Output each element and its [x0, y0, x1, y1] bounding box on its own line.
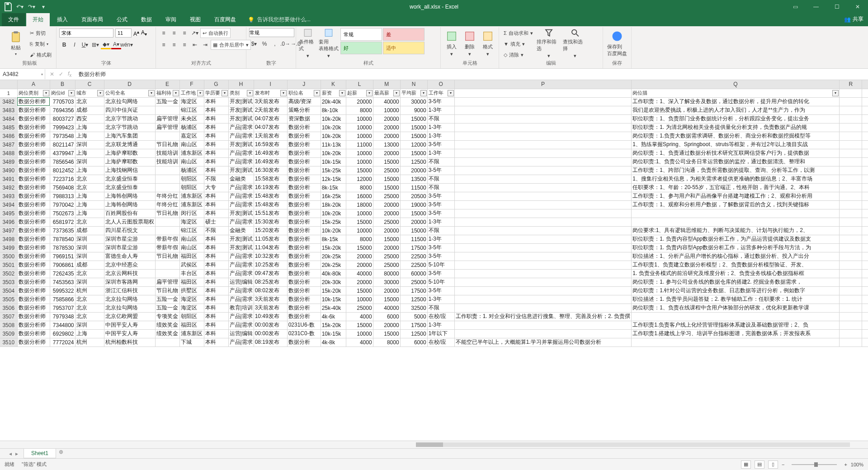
cell[interactable]: 3-5年: [427, 200, 454, 209]
styles-gallery[interactable]: 常规 差 好 适中: [340, 28, 425, 54]
cell[interactable]: 15000: [373, 157, 400, 166]
cell[interactable]: 北京中经惠众: [104, 261, 155, 269]
cell[interactable]: 12500: [400, 329, 427, 338]
row-header[interactable]: 3485: [0, 123, 17, 132]
cell[interactable]: 25k-40k: [321, 304, 346, 312]
cell[interactable]: 15000: [346, 321, 373, 329]
cell[interactable]: 带薪年假: [155, 235, 179, 243]
share-button[interactable]: 👥共享: [844, 15, 863, 23]
cell[interactable]: 10k-15k: [321, 157, 346, 166]
row-header[interactable]: 1: [0, 89, 17, 97]
cell[interactable]: 绩效奖金: [155, 329, 179, 338]
row-header[interactable]: 3498: [0, 235, 17, 243]
cell[interactable]: 1年以下: [427, 329, 454, 338]
cell[interactable]: [454, 192, 632, 200]
cell[interactable]: 北京: [75, 295, 104, 304]
cell[interactable]: 北京字节跳动: [104, 114, 155, 123]
cell[interactable]: 11:05发布: [254, 235, 287, 243]
cell[interactable]: 丰台区: [179, 269, 204, 278]
cell[interactable]: 8012452: [50, 166, 75, 175]
cell[interactable]: 深圳: [75, 252, 104, 261]
cell[interactable]: 浦东新区: [179, 149, 204, 157]
copy-button[interactable]: ⎘复制▾: [28, 39, 53, 49]
cell[interactable]: 中国平安人寿: [104, 329, 155, 338]
header-cell[interactable]: 起薪▾: [346, 89, 373, 97]
cell[interactable]: 浦东新区: [179, 200, 204, 209]
row-header[interactable]: 3501: [0, 261, 17, 269]
column-header[interactable]: P: [454, 80, 632, 89]
header-cell[interactable]: 类别▾: [228, 89, 254, 97]
cell[interactable]: 00:00发布: [254, 329, 287, 338]
cell[interactable]: 20k-25k: [321, 261, 346, 269]
header-cell[interactable]: 福利待▾: [155, 89, 179, 97]
cell[interactable]: 浦东新区: [179, 192, 204, 200]
cell[interactable]: 产品|需求: [228, 200, 254, 209]
cell[interactable]: 12000: [346, 175, 373, 183]
cell[interactable]: 本科: [204, 209, 228, 218]
cell[interactable]: 朝阳区: [179, 312, 204, 321]
cell[interactable]: 13000: [373, 140, 400, 149]
cell[interactable]: [155, 261, 179, 269]
add-sheet-icon[interactable]: ⊕: [56, 449, 66, 458]
cell[interactable]: 数据分析: [287, 183, 321, 192]
cell[interactable]: 1-3年: [427, 132, 454, 140]
cell[interactable]: 15k-20k: [321, 286, 346, 295]
cell[interactable]: 锦江区: [179, 106, 204, 114]
cell[interactable]: [454, 132, 632, 140]
header-cell[interactable]: 公司全名▾: [104, 89, 155, 97]
horizontal-scrollbar[interactable]: [0, 441, 868, 448]
cell[interactable]: 8003727: [50, 114, 75, 123]
clear-button[interactable]: ◇清除▾: [502, 50, 535, 60]
cell[interactable]: 产品|需求: [228, 269, 254, 278]
cell[interactable]: 20000: [373, 123, 400, 132]
cell[interactable]: 五险一金: [155, 295, 179, 304]
row-header[interactable]: 3508: [0, 321, 17, 329]
filter-dropdown-icon[interactable]: ▾: [222, 90, 228, 96]
cell[interactable]: 绩效奖金: [155, 321, 179, 329]
tab-review[interactable]: 审阅: [159, 13, 183, 26]
cell[interactable]: 产品|需求: [228, 157, 254, 166]
cell[interactable]: [454, 235, 632, 243]
cell[interactable]: 在校/应: [427, 338, 454, 347]
cell[interactable]: 15000: [400, 114, 427, 123]
row-header[interactable]: 3490: [0, 166, 17, 175]
number-format-select[interactable]: [249, 28, 294, 37]
cell[interactable]: 25000: [373, 218, 400, 226]
cell[interactable]: 10:25发布: [254, 261, 287, 269]
cell[interactable]: 本科: [204, 123, 228, 132]
cell[interactable]: 9000: [400, 106, 427, 114]
cell[interactable]: 3天前发布: [254, 97, 287, 106]
tab-insert[interactable]: 插入: [51, 13, 74, 26]
wrap-text-button[interactable]: ↩自动换行: [200, 28, 231, 38]
cell[interactable]: 18k-20k: [321, 200, 346, 209]
row-header[interactable]: 3493: [0, 192, 17, 200]
format-cell-button[interactable]: 格式▾: [480, 28, 496, 59]
cell[interactable]: 20000: [373, 226, 400, 235]
cell[interactable]: 12500: [400, 157, 427, 166]
cell[interactable]: [454, 97, 632, 106]
cell[interactable]: 杨浦区: [179, 166, 204, 175]
font-color-icon[interactable]: A▾: [111, 40, 121, 49]
cell[interactable]: 锦江区: [179, 226, 204, 235]
align-bottom-icon[interactable]: ≡: [179, 28, 189, 38]
cell[interactable]: 上海: [75, 166, 104, 175]
cell[interactable]: 北京拉勾网络: [104, 295, 155, 304]
cell[interactable]: 7878540: [50, 235, 75, 243]
cell[interactable]: 深圳: [75, 140, 104, 149]
cell[interactable]: 25000: [400, 278, 427, 286]
cell[interactable]: 7585866: [50, 295, 75, 304]
cell[interactable]: 职位职责：1. 负责内容型App数据分析工作，为产品运营提供建议及数据支: [632, 235, 840, 243]
cell[interactable]: 1-3年: [427, 123, 454, 132]
cell[interactable]: 产品|需求: [228, 192, 254, 200]
cell[interactable]: 数据分析师: [17, 286, 50, 295]
cell[interactable]: 数据分析师: [17, 106, 50, 114]
cell[interactable]: 数据分析师: [17, 192, 50, 200]
cell[interactable]: 08:25发布: [254, 278, 287, 286]
cell[interactable]: 20000: [373, 286, 400, 295]
cell[interactable]: 08:19发布: [254, 338, 287, 347]
cell[interactable]: 20000: [400, 166, 427, 175]
cell[interactable]: 20k-25k: [321, 252, 346, 261]
cell[interactable]: 8k-15k: [321, 235, 346, 243]
cell[interactable]: 20000: [373, 243, 400, 252]
filter-dropdown-icon[interactable]: ▾: [43, 90, 49, 96]
